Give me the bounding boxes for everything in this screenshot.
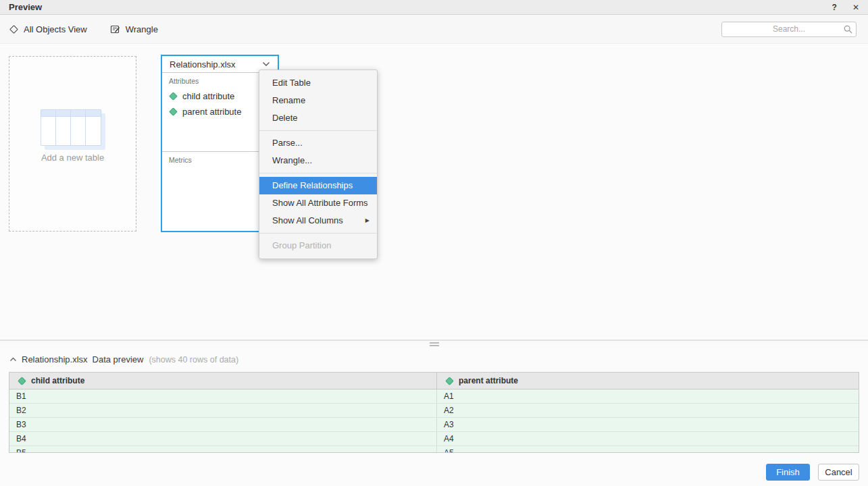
wrangle-icon xyxy=(110,24,120,34)
table-cell: A4 xyxy=(436,432,859,446)
all-objects-view-button[interactable]: All Objects View xyxy=(9,24,87,34)
table-card-title: Relationship.xlsx xyxy=(170,59,236,70)
menu-item-group-partition: Group Partition xyxy=(259,237,377,254)
window-title: Preview xyxy=(9,2,42,12)
table-cell: B2 xyxy=(9,404,436,417)
table-row: B3A3 xyxy=(9,418,859,432)
search-input[interactable] xyxy=(721,22,857,37)
attribute-diamond-icon xyxy=(169,107,178,116)
column-header-child-attribute[interactable]: child attribute xyxy=(9,373,436,389)
menu-item-edit-table[interactable]: Edit Table xyxy=(259,74,377,92)
attribute-item-child-attribute[interactable]: child attribute xyxy=(169,88,271,104)
menu-item-rename[interactable]: Rename xyxy=(259,92,377,109)
table-cell: A3 xyxy=(436,418,859,431)
menu-item-define-relationships[interactable]: Define Relationships xyxy=(259,177,377,194)
metrics-label: Metrics xyxy=(169,156,271,164)
table-cell: A2 xyxy=(436,404,859,417)
search-icon xyxy=(844,25,852,34)
preview-rows-note: (shows 40 rows of data) xyxy=(149,355,238,364)
menu-item-wrangle[interactable]: Wrangle... xyxy=(259,152,377,169)
table-cell: B1 xyxy=(9,389,436,403)
data-preview-panel: Relationship.xlsx Data preview (shows 40… xyxy=(0,348,868,486)
column-header-parent-attribute[interactable]: parent attribute xyxy=(436,373,859,389)
preview-table-name: Relationship.xlsx xyxy=(22,354,88,364)
column-header-label: parent attribute xyxy=(459,376,518,385)
preview-header-row: child attributeparent attribute xyxy=(9,373,859,389)
finish-button[interactable]: Finish xyxy=(766,464,810,481)
attribute-label: parent attribute xyxy=(182,107,241,117)
splitter-grip-handle[interactable] xyxy=(430,342,439,348)
chevron-down-icon xyxy=(262,61,270,67)
submenu-arrow-icon: ▶ xyxy=(365,212,369,230)
menu-group: Parse...Wrangle... xyxy=(259,130,377,169)
table-row: B1A1 xyxy=(9,389,859,404)
table-cell: B3 xyxy=(9,418,436,431)
data-preview-table: child attributeparent attributeB1A1B2A2B… xyxy=(9,372,859,453)
table-cell: A1 xyxy=(436,389,859,403)
attribute-diamond-icon xyxy=(445,377,454,385)
canvas: Add a new table Relationship.xlsx Attrib… xyxy=(0,44,868,340)
table-context-menu: Edit TableRenameDeleteParse...Wrangle...… xyxy=(259,70,378,259)
menu-group: Define RelationshipsShow All Attribute F… xyxy=(259,173,377,230)
menu-item-show-all-attribute-forms[interactable]: Show All Attribute Forms xyxy=(259,194,377,212)
search-box xyxy=(721,22,857,37)
add-new-table-label: Add a new table xyxy=(9,153,136,163)
menu-item-delete[interactable]: Delete xyxy=(259,109,377,127)
menu-item-show-all-columns[interactable]: Show All Columns▶ xyxy=(259,212,377,230)
data-preview-header: Relationship.xlsx Data preview (shows 40… xyxy=(0,348,868,364)
collapse-chevron-up-icon[interactable] xyxy=(9,357,17,362)
all-objects-view-label: All Objects View xyxy=(24,24,87,34)
table-icon xyxy=(41,109,105,150)
title-bar: Preview ? ✕ xyxy=(0,0,868,15)
table-row: B5A5 xyxy=(9,446,859,453)
help-icon[interactable]: ? xyxy=(832,3,837,11)
table-cell: B5 xyxy=(9,446,436,453)
footer-actions: Finish Cancel xyxy=(766,464,859,481)
toolbar: All Objects View Wrangle xyxy=(0,15,868,44)
wrangle-button[interactable]: Wrangle xyxy=(110,24,158,34)
table-row: B2A2 xyxy=(9,404,859,418)
attributes-label: Attributes xyxy=(169,77,271,85)
diamond-outline-icon xyxy=(9,25,18,34)
column-header-label: child attribute xyxy=(31,376,84,385)
table-row: B4A4 xyxy=(9,432,859,446)
table-cell: A5 xyxy=(436,446,859,453)
attribute-item-parent-attribute[interactable]: parent attribute xyxy=(169,104,271,119)
menu-group: Edit TableRenameDelete xyxy=(259,74,377,127)
attribute-diamond-icon xyxy=(18,377,26,385)
menu-group: Group Partition xyxy=(259,233,377,254)
preview-section-label: Data preview xyxy=(93,354,144,364)
wrangle-label: Wrangle xyxy=(126,24,158,34)
table-cell: B4 xyxy=(9,432,436,446)
close-icon[interactable]: ✕ xyxy=(852,3,859,11)
add-new-table-button[interactable]: Add a new table xyxy=(9,56,136,232)
panel-splitter xyxy=(0,340,868,348)
attribute-label: child attribute xyxy=(182,91,234,101)
attribute-diamond-icon xyxy=(169,92,178,101)
cancel-button[interactable]: Cancel xyxy=(818,464,859,481)
menu-item-parse[interactable]: Parse... xyxy=(259,134,377,152)
